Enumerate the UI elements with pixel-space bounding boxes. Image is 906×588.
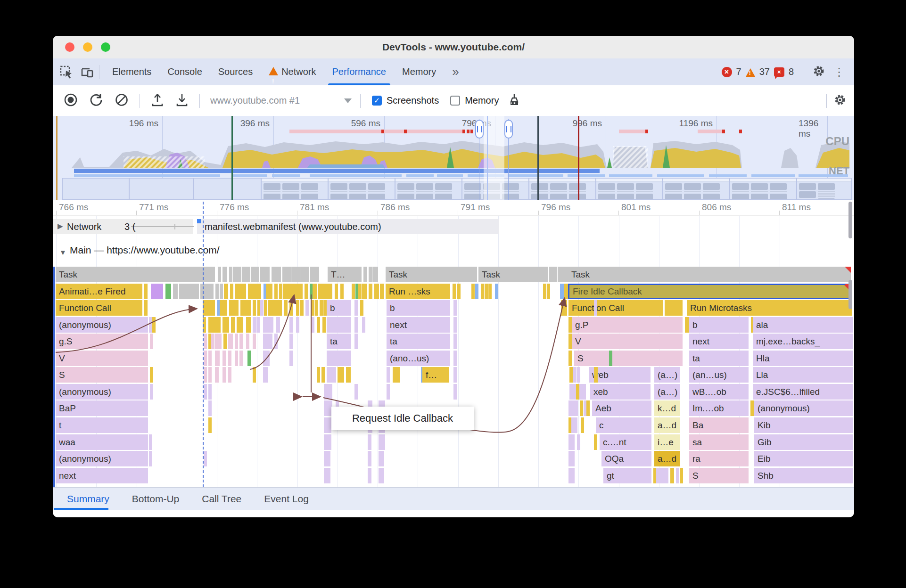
flame-event[interactable]: Eib bbox=[754, 451, 853, 466]
flame-event[interactable]: (anonymous) bbox=[56, 451, 148, 466]
flame-event-sliver[interactable] bbox=[204, 351, 207, 366]
flame-event-sliver[interactable] bbox=[229, 267, 232, 282]
flame-event[interactable]: c.…nt bbox=[600, 434, 651, 450]
flame-event-sliver[interactable] bbox=[665, 300, 683, 316]
flame-event-sliver[interactable] bbox=[317, 367, 320, 383]
flame-event-sliver[interactable] bbox=[305, 267, 309, 282]
flame-event-sliver[interactable] bbox=[321, 367, 325, 383]
tab-elements[interactable]: Elements bbox=[104, 58, 159, 85]
flame-event-sliver[interactable] bbox=[208, 367, 212, 383]
flame-event-sliver[interactable] bbox=[239, 334, 243, 349]
flame-event[interactable]: Gib bbox=[754, 434, 853, 450]
flame-event-sliver[interactable] bbox=[152, 317, 156, 333]
flame-event-sliver[interactable] bbox=[335, 284, 338, 299]
flame-event-sliver[interactable] bbox=[656, 468, 668, 483]
flame-event[interactable]: Task bbox=[568, 267, 851, 282]
flame-event-sliver[interactable] bbox=[346, 367, 351, 383]
flame-event[interactable]: Im.…ob bbox=[689, 400, 749, 416]
tab-sources[interactable]: Sources bbox=[210, 58, 261, 85]
flame-event-sliver[interactable] bbox=[289, 300, 293, 316]
flame-event[interactable]: f… bbox=[422, 367, 449, 383]
flame-event-selected[interactable]: Fire Idle Callback bbox=[568, 284, 851, 299]
issues-badge-icon[interactable]: × bbox=[774, 67, 784, 77]
flame-event-sliver[interactable] bbox=[228, 367, 231, 383]
flame-event-sliver[interactable] bbox=[235, 351, 238, 366]
error-count[interactable]: 7 bbox=[736, 66, 741, 77]
flame-event-sliver[interactable] bbox=[263, 317, 273, 333]
tab-bottom-up[interactable]: Bottom-Up bbox=[121, 493, 190, 505]
flame-event[interactable]: sa bbox=[689, 434, 749, 450]
flame-event-sliver[interactable] bbox=[150, 334, 153, 349]
flame-event[interactable]: gt bbox=[603, 468, 651, 483]
flame-event-sliver[interactable] bbox=[264, 300, 267, 316]
flame-event-sliver[interactable] bbox=[238, 267, 241, 282]
flame-event-sliver[interactable] bbox=[360, 300, 363, 316]
collect-garbage-icon[interactable] bbox=[507, 92, 521, 109]
flame-event-sliver[interactable] bbox=[354, 384, 358, 400]
flame-event-sliver[interactable] bbox=[594, 300, 597, 316]
flame-event-sliver[interactable] bbox=[260, 300, 264, 316]
flame-event-sliver[interactable] bbox=[222, 267, 227, 282]
flame-event-sliver[interactable] bbox=[218, 267, 221, 282]
flame-event-sliver[interactable] bbox=[581, 417, 584, 433]
flame-event-sliver[interactable] bbox=[208, 351, 212, 366]
flame-event-sliver[interactable] bbox=[564, 300, 567, 316]
flame-event-sliver[interactable] bbox=[289, 317, 293, 333]
flame-event-sliver[interactable] bbox=[573, 367, 577, 383]
flame-event-sliver[interactable] bbox=[586, 400, 590, 416]
flame-event[interactable]: (ano…us) bbox=[387, 351, 450, 366]
flame-event[interactable]: Task bbox=[478, 267, 548, 282]
flame-event-sliver[interactable] bbox=[215, 284, 219, 299]
tab-performance[interactable]: Performance bbox=[324, 58, 395, 85]
flame-event-sliver[interactable] bbox=[223, 334, 227, 349]
flame-event-sliver[interactable] bbox=[573, 384, 576, 400]
inspect-element-icon[interactable] bbox=[59, 65, 74, 79]
flame-event-sliver[interactable] bbox=[204, 367, 207, 383]
flame-event[interactable]: (anonymous) bbox=[754, 400, 853, 416]
flame-event-sliver[interactable] bbox=[318, 284, 332, 299]
flame-event-sliver[interactable] bbox=[283, 284, 303, 299]
flame-event[interactable]: S bbox=[689, 468, 749, 483]
flame-event[interactable]: (anonymous) bbox=[56, 317, 148, 333]
flame-event-sliver[interactable] bbox=[324, 468, 330, 483]
flame-event-sliver[interactable] bbox=[354, 334, 358, 349]
flame-event-sliver[interactable] bbox=[580, 400, 583, 416]
flame-event-sliver[interactable] bbox=[594, 434, 597, 450]
flame-event-sliver[interactable] bbox=[577, 434, 580, 450]
network-track-title[interactable]: Network bbox=[67, 219, 101, 234]
flame-event-sliver[interactable] bbox=[256, 267, 259, 282]
flame-event-sliver[interactable] bbox=[253, 334, 256, 349]
flame-event-sliver[interactable] bbox=[278, 267, 281, 282]
flame-event-sliver[interactable] bbox=[246, 317, 251, 333]
expand-triangle-icon[interactable]: ▶ bbox=[58, 222, 63, 230]
flame-event-sliver[interactable] bbox=[583, 384, 586, 400]
tab-call-tree[interactable]: Call Tree bbox=[190, 493, 253, 505]
flame-event-sliver[interactable] bbox=[263, 351, 270, 366]
flame-event-sliver[interactable] bbox=[228, 351, 231, 366]
flame-event-sliver[interactable] bbox=[379, 434, 385, 450]
flame-event[interactable]: a…d bbox=[654, 417, 680, 433]
flame-event-sliver[interactable] bbox=[594, 367, 598, 383]
filmstrip-screenshot[interactable] bbox=[395, 178, 462, 200]
flame-event-sliver[interactable] bbox=[324, 434, 331, 450]
flame-event-sliver[interactable] bbox=[279, 284, 282, 299]
flame-event-sliver[interactable] bbox=[379, 451, 384, 466]
flame-event-sliver[interactable] bbox=[453, 351, 457, 366]
flame-event[interactable]: b bbox=[689, 317, 749, 333]
flame-event-sliver[interactable] bbox=[149, 317, 152, 333]
flame-event-sliver[interactable] bbox=[300, 300, 304, 316]
flame-event-sliver[interactable] bbox=[453, 300, 457, 316]
flame-event[interactable]: Hla bbox=[753, 351, 853, 366]
flame-event-sliver[interactable] bbox=[320, 300, 323, 316]
filmstrip-screenshot[interactable] bbox=[596, 178, 663, 200]
flame-event-sliver[interactable] bbox=[235, 334, 238, 349]
flame-event-sliver[interactable] bbox=[263, 367, 268, 383]
flame-event[interactable]: (a…) bbox=[654, 384, 680, 400]
flame-event-sliver[interactable] bbox=[204, 451, 207, 466]
flame-event-sliver[interactable] bbox=[327, 317, 351, 333]
flame-event-sliver[interactable] bbox=[575, 400, 578, 416]
flame-event[interactable]: mj.exe…backs_ bbox=[753, 334, 853, 349]
flame-event-sliver[interactable] bbox=[211, 334, 214, 349]
flame-event-sliver[interactable] bbox=[215, 367, 219, 383]
flame-event-sliver[interactable] bbox=[222, 317, 229, 333]
